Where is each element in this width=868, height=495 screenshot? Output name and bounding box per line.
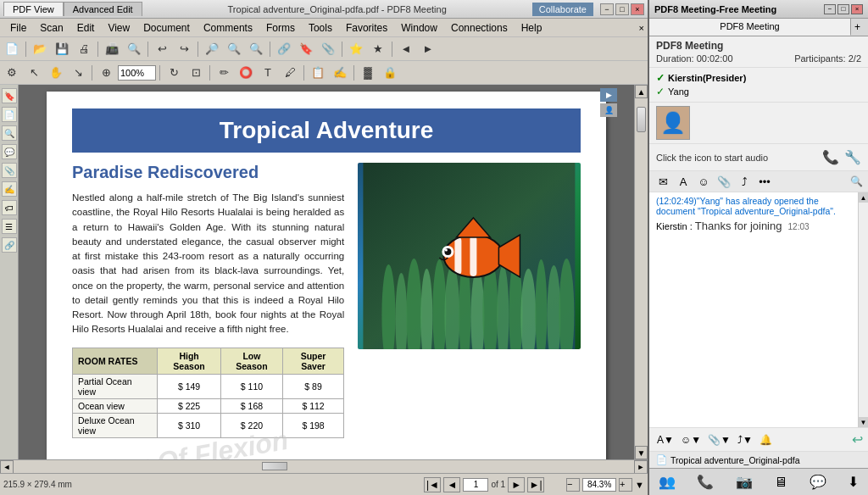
lp-share-icon[interactable]: 🔗 [2, 237, 17, 253]
h-scroll-thumb[interactable] [262, 462, 287, 470]
chat-attach-icon[interactable]: 📎 [715, 174, 732, 189]
tb-text-tool[interactable]: T [258, 64, 278, 82]
rb-camera-icon[interactable]: 📷 [732, 472, 757, 492]
tb-arrow-left[interactable]: ◄ [396, 40, 416, 58]
chat-send-icon[interactable]: ✉ [654, 174, 671, 189]
menu-close-x[interactable]: × [639, 23, 644, 33]
tb-zoom-in[interactable]: 🔍 [224, 40, 244, 58]
right-min-btn[interactable]: − [824, 4, 836, 14]
zoom-field[interactable] [582, 478, 616, 492]
chat-scrollbar[interactable]: ▲ ▼ [858, 192, 868, 427]
tb-link[interactable]: 🔗 [274, 40, 294, 58]
tb-redo[interactable]: ↪ [174, 40, 194, 58]
tb-redact[interactable]: ▓ [358, 64, 378, 82]
menu-file[interactable]: File [3, 20, 33, 36]
pdf-scroll-area[interactable]: ▶ 👤 King Of Flexion Tropical Adventure P… [19, 85, 634, 459]
chat-scroll-down[interactable]: ▼ [859, 417, 868, 427]
close-btn[interactable]: × [631, 3, 644, 15]
pdf-right-scrollbar[interactable]: ▲ ▼ [634, 85, 648, 459]
scroll-track[interactable] [635, 98, 648, 446]
tb-secure[interactable]: 🔒 [380, 64, 400, 82]
tb-pen[interactable]: 🖊 [280, 64, 300, 82]
nav-user-icon[interactable]: 👤 [600, 103, 617, 117]
lp-bookmark-icon[interactable]: 🔖 [2, 88, 17, 103]
scroll-thumb[interactable] [637, 107, 646, 132]
nav-right-arrow[interactable]: ▶ [600, 88, 617, 102]
tb-scan[interactable]: 📠 [102, 40, 122, 58]
chat-scroll-track[interactable] [859, 203, 868, 417]
last-page-btn[interactable]: ►| [527, 477, 544, 492]
tb-cursor[interactable]: ↖ [24, 64, 44, 82]
tb-new[interactable]: 📄 [2, 40, 22, 58]
chat-area[interactable]: (12:02:49)"Yang" has already opened the … [649, 192, 858, 427]
lp-attach-icon[interactable]: 📎 [2, 163, 17, 178]
menu-comments[interactable]: Comments [197, 20, 259, 36]
menu-scan[interactable]: Scan [33, 20, 70, 36]
tb-rotate[interactable]: ↻ [164, 64, 184, 82]
collaborate-btn[interactable]: Collaborate [532, 3, 593, 16]
zoom-dropdown[interactable]: ▼ [635, 480, 644, 490]
prev-page-btn[interactable]: ◄ [443, 477, 460, 492]
menu-tools[interactable]: Tools [302, 20, 339, 36]
chat-font-icon[interactable]: A [675, 174, 692, 189]
tb-zoom-out[interactable]: 🔍 [246, 40, 266, 58]
tb-stamp[interactable]: ⭐ [346, 40, 366, 58]
chat-scroll-up[interactable]: ▲ [859, 192, 868, 203]
page-number-input[interactable] [463, 478, 488, 492]
menu-window[interactable]: Window [394, 20, 444, 36]
tab-pdf8-meeting[interactable]: PDF8 Meeting [649, 19, 851, 36]
tb-highlight[interactable]: ✏ [214, 64, 234, 82]
zoom-in-btn[interactable]: + [619, 478, 632, 492]
tb-find[interactable]: 🔎 [202, 40, 222, 58]
settings-icon[interactable]: 🔧 [844, 149, 861, 165]
next-page-btn[interactable]: ► [508, 477, 525, 492]
right-close-btn[interactable]: × [851, 4, 863, 14]
tb-fav[interactable]: ★ [368, 40, 388, 58]
h-scroll-track[interactable] [14, 460, 634, 473]
right-max-btn[interactable]: □ [837, 4, 849, 14]
tb-attach[interactable]: 📎 [318, 40, 338, 58]
tb-open[interactable]: 📂 [30, 40, 50, 58]
scroll-up-arrow[interactable]: ▲ [635, 85, 648, 98]
send-reply-btn[interactable]: ↩ [852, 431, 863, 448]
tb-circle[interactable]: ⭕ [236, 64, 256, 82]
tb-fit[interactable]: ⊡ [186, 64, 206, 82]
tb-ocr[interactable]: 🔍 [124, 40, 144, 58]
rb-users-icon[interactable]: 👥 [654, 472, 680, 492]
h-scroll-left[interactable]: ◄ [0, 460, 14, 474]
tb-select[interactable]: ↘ [68, 64, 88, 82]
h-scroll-right[interactable]: ► [634, 460, 648, 474]
chat-attach-btn[interactable]: 📎▼ [705, 433, 733, 447]
menu-forms[interactable]: Forms [259, 20, 302, 36]
lp-layer-icon[interactable]: ☰ [2, 219, 17, 234]
tb-sign[interactable]: ✍ [330, 64, 350, 82]
rb-phone-icon[interactable]: 📞 [693, 472, 718, 492]
tb-form[interactable]: 📋 [308, 64, 328, 82]
tb-settings[interactable]: ⚙ [2, 64, 22, 82]
menu-connections[interactable]: Connections [444, 20, 515, 36]
tb-hand[interactable]: ✋ [46, 64, 66, 82]
tab-advanced-edit[interactable]: Advanced Edit [64, 2, 142, 16]
chat-search-icon[interactable]: 🔍 [850, 175, 863, 187]
rb-screen-icon[interactable]: 🖥 [770, 473, 792, 492]
minimize-btn[interactable]: − [600, 3, 614, 15]
bell-icon[interactable]: 🔔 [757, 433, 775, 447]
lp-tag-icon[interactable]: 🏷 [2, 200, 17, 215]
chat-share-icon[interactable]: ⤴ [736, 174, 753, 189]
zoom-out-btn[interactable]: − [566, 478, 580, 492]
tb-undo[interactable]: ↩ [152, 40, 172, 58]
chat-more-icon[interactable]: ••• [756, 174, 773, 189]
menu-favorites[interactable]: Favorites [339, 20, 394, 36]
chat-emoji-icon[interactable]: ☺ [695, 174, 712, 189]
h-scrollbar[interactable]: ◄ ► [0, 459, 648, 473]
tb-print[interactable]: 🖨 [74, 40, 94, 58]
tb-save[interactable]: 💾 [52, 40, 72, 58]
lp-comment-icon[interactable]: 💬 [2, 144, 17, 159]
first-page-btn[interactable]: |◄ [424, 477, 441, 492]
tb-zoom-sel[interactable]: ⊕ [96, 64, 116, 82]
menu-help[interactable]: Help [515, 20, 549, 36]
maximize-btn[interactable]: □ [615, 3, 629, 15]
lp-sign-icon[interactable]: ✍ [2, 181, 17, 197]
zoom-input-field[interactable] [118, 65, 156, 81]
menu-view[interactable]: View [101, 20, 136, 36]
